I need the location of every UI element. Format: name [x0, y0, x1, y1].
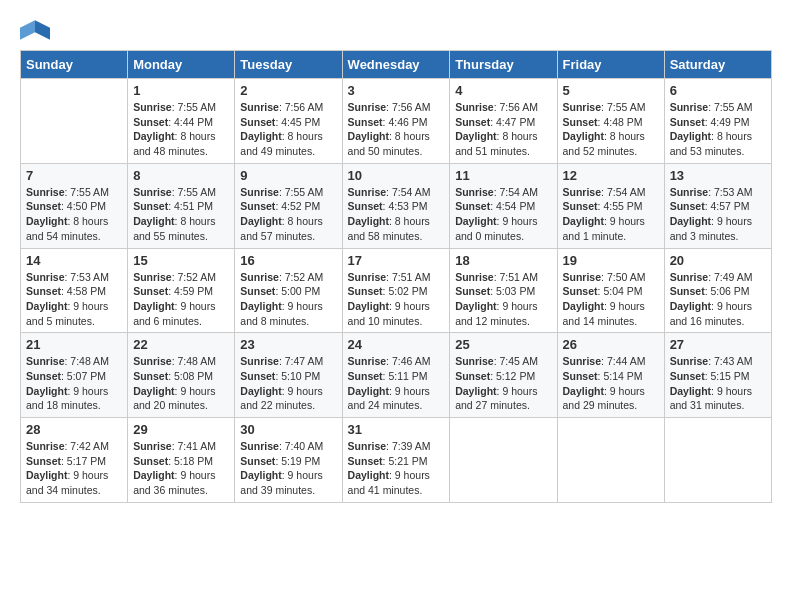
page-header [20, 20, 772, 40]
day-info: Sunrise: 7:55 AMSunset: 4:49 PMDaylight:… [670, 100, 766, 159]
day-of-week-saturday: Saturday [664, 51, 771, 79]
calendar-cell: 28Sunrise: 7:42 AMSunset: 5:17 PMDayligh… [21, 418, 128, 503]
day-of-week-tuesday: Tuesday [235, 51, 342, 79]
day-number: 31 [348, 422, 445, 437]
day-info: Sunrise: 7:55 AMSunset: 4:51 PMDaylight:… [133, 185, 229, 244]
day-number: 10 [348, 168, 445, 183]
calendar-cell: 22Sunrise: 7:48 AMSunset: 5:08 PMDayligh… [128, 333, 235, 418]
day-number: 9 [240, 168, 336, 183]
day-of-week-wednesday: Wednesday [342, 51, 450, 79]
day-number: 14 [26, 253, 122, 268]
day-info: Sunrise: 7:53 AMSunset: 4:58 PMDaylight:… [26, 270, 122, 329]
day-info: Sunrise: 7:44 AMSunset: 5:14 PMDaylight:… [563, 354, 659, 413]
day-info: Sunrise: 7:48 AMSunset: 5:07 PMDaylight:… [26, 354, 122, 413]
day-number: 29 [133, 422, 229, 437]
calendar-cell: 19Sunrise: 7:50 AMSunset: 5:04 PMDayligh… [557, 248, 664, 333]
calendar-cell: 27Sunrise: 7:43 AMSunset: 5:15 PMDayligh… [664, 333, 771, 418]
day-info: Sunrise: 7:41 AMSunset: 5:18 PMDaylight:… [133, 439, 229, 498]
day-info: Sunrise: 7:56 AMSunset: 4:46 PMDaylight:… [348, 100, 445, 159]
svg-marker-0 [35, 20, 50, 40]
calendar-cell: 4Sunrise: 7:56 AMSunset: 4:47 PMDaylight… [450, 79, 557, 164]
week-row-4: 21Sunrise: 7:48 AMSunset: 5:07 PMDayligh… [21, 333, 772, 418]
day-info: Sunrise: 7:46 AMSunset: 5:11 PMDaylight:… [348, 354, 445, 413]
calendar-cell: 21Sunrise: 7:48 AMSunset: 5:07 PMDayligh… [21, 333, 128, 418]
day-of-week-thursday: Thursday [450, 51, 557, 79]
day-number: 25 [455, 337, 551, 352]
day-number: 13 [670, 168, 766, 183]
day-info: Sunrise: 7:51 AMSunset: 5:03 PMDaylight:… [455, 270, 551, 329]
day-info: Sunrise: 7:48 AMSunset: 5:08 PMDaylight:… [133, 354, 229, 413]
day-info: Sunrise: 7:54 AMSunset: 4:55 PMDaylight:… [563, 185, 659, 244]
day-info: Sunrise: 7:54 AMSunset: 4:54 PMDaylight:… [455, 185, 551, 244]
svg-marker-1 [20, 20, 35, 40]
day-number: 12 [563, 168, 659, 183]
day-info: Sunrise: 7:56 AMSunset: 4:45 PMDaylight:… [240, 100, 336, 159]
calendar-cell: 12Sunrise: 7:54 AMSunset: 4:55 PMDayligh… [557, 163, 664, 248]
day-number: 22 [133, 337, 229, 352]
day-number: 18 [455, 253, 551, 268]
day-info: Sunrise: 7:50 AMSunset: 5:04 PMDaylight:… [563, 270, 659, 329]
logo-icon [20, 20, 50, 40]
day-number: 15 [133, 253, 229, 268]
calendar-cell [557, 418, 664, 503]
week-row-2: 7Sunrise: 7:55 AMSunset: 4:50 PMDaylight… [21, 163, 772, 248]
day-info: Sunrise: 7:52 AMSunset: 5:00 PMDaylight:… [240, 270, 336, 329]
day-info: Sunrise: 7:45 AMSunset: 5:12 PMDaylight:… [455, 354, 551, 413]
calendar-cell: 31Sunrise: 7:39 AMSunset: 5:21 PMDayligh… [342, 418, 450, 503]
day-info: Sunrise: 7:56 AMSunset: 4:47 PMDaylight:… [455, 100, 551, 159]
day-number: 19 [563, 253, 659, 268]
day-number: 2 [240, 83, 336, 98]
day-number: 8 [133, 168, 229, 183]
day-info: Sunrise: 7:52 AMSunset: 4:59 PMDaylight:… [133, 270, 229, 329]
day-of-week-sunday: Sunday [21, 51, 128, 79]
day-info: Sunrise: 7:55 AMSunset: 4:48 PMDaylight:… [563, 100, 659, 159]
calendar-cell: 7Sunrise: 7:55 AMSunset: 4:50 PMDaylight… [21, 163, 128, 248]
calendar-cell: 11Sunrise: 7:54 AMSunset: 4:54 PMDayligh… [450, 163, 557, 248]
day-number: 3 [348, 83, 445, 98]
day-number: 20 [670, 253, 766, 268]
day-info: Sunrise: 7:40 AMSunset: 5:19 PMDaylight:… [240, 439, 336, 498]
day-number: 28 [26, 422, 122, 437]
day-of-week-friday: Friday [557, 51, 664, 79]
calendar-cell: 16Sunrise: 7:52 AMSunset: 5:00 PMDayligh… [235, 248, 342, 333]
calendar-cell: 6Sunrise: 7:55 AMSunset: 4:49 PMDaylight… [664, 79, 771, 164]
calendar-cell: 18Sunrise: 7:51 AMSunset: 5:03 PMDayligh… [450, 248, 557, 333]
day-number: 6 [670, 83, 766, 98]
day-number: 24 [348, 337, 445, 352]
calendar-cell: 30Sunrise: 7:40 AMSunset: 5:19 PMDayligh… [235, 418, 342, 503]
days-header-row: SundayMondayTuesdayWednesdayThursdayFrid… [21, 51, 772, 79]
calendar-cell: 29Sunrise: 7:41 AMSunset: 5:18 PMDayligh… [128, 418, 235, 503]
day-info: Sunrise: 7:55 AMSunset: 4:50 PMDaylight:… [26, 185, 122, 244]
day-number: 17 [348, 253, 445, 268]
day-number: 7 [26, 168, 122, 183]
calendar-cell: 20Sunrise: 7:49 AMSunset: 5:06 PMDayligh… [664, 248, 771, 333]
calendar-cell: 25Sunrise: 7:45 AMSunset: 5:12 PMDayligh… [450, 333, 557, 418]
day-number: 1 [133, 83, 229, 98]
week-row-1: 1Sunrise: 7:55 AMSunset: 4:44 PMDaylight… [21, 79, 772, 164]
calendar-cell: 8Sunrise: 7:55 AMSunset: 4:51 PMDaylight… [128, 163, 235, 248]
calendar-cell: 9Sunrise: 7:55 AMSunset: 4:52 PMDaylight… [235, 163, 342, 248]
day-info: Sunrise: 7:42 AMSunset: 5:17 PMDaylight:… [26, 439, 122, 498]
day-info: Sunrise: 7:53 AMSunset: 4:57 PMDaylight:… [670, 185, 766, 244]
calendar-cell: 24Sunrise: 7:46 AMSunset: 5:11 PMDayligh… [342, 333, 450, 418]
day-number: 11 [455, 168, 551, 183]
day-info: Sunrise: 7:55 AMSunset: 4:44 PMDaylight:… [133, 100, 229, 159]
calendar-cell: 1Sunrise: 7:55 AMSunset: 4:44 PMDaylight… [128, 79, 235, 164]
day-info: Sunrise: 7:47 AMSunset: 5:10 PMDaylight:… [240, 354, 336, 413]
day-info: Sunrise: 7:49 AMSunset: 5:06 PMDaylight:… [670, 270, 766, 329]
calendar-cell [450, 418, 557, 503]
calendar-table: SundayMondayTuesdayWednesdayThursdayFrid… [20, 50, 772, 503]
calendar-cell: 14Sunrise: 7:53 AMSunset: 4:58 PMDayligh… [21, 248, 128, 333]
day-info: Sunrise: 7:39 AMSunset: 5:21 PMDaylight:… [348, 439, 445, 498]
day-of-week-monday: Monday [128, 51, 235, 79]
calendar-cell: 17Sunrise: 7:51 AMSunset: 5:02 PMDayligh… [342, 248, 450, 333]
day-info: Sunrise: 7:51 AMSunset: 5:02 PMDaylight:… [348, 270, 445, 329]
week-row-5: 28Sunrise: 7:42 AMSunset: 5:17 PMDayligh… [21, 418, 772, 503]
day-number: 4 [455, 83, 551, 98]
day-number: 16 [240, 253, 336, 268]
day-number: 21 [26, 337, 122, 352]
day-number: 5 [563, 83, 659, 98]
day-number: 26 [563, 337, 659, 352]
day-number: 30 [240, 422, 336, 437]
logo [20, 20, 52, 40]
